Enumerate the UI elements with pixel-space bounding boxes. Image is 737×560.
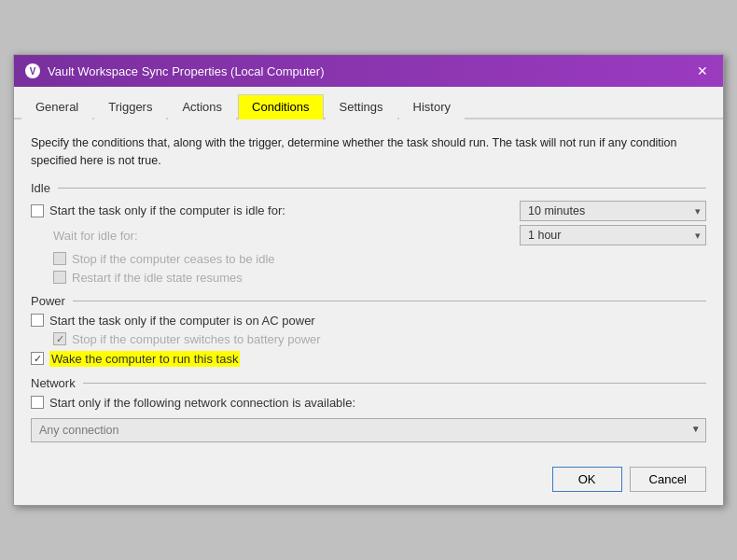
battery-row: Stop if the computer switches to battery… bbox=[31, 332, 706, 346]
tab-conditions[interactable]: Conditions bbox=[238, 94, 323, 119]
tab-actions[interactable]: Actions bbox=[168, 94, 236, 119]
network-section-header: Network bbox=[31, 376, 706, 390]
start-idle-row: Start the task only if the computer is i… bbox=[31, 201, 706, 221]
tab-history[interactable]: History bbox=[399, 94, 465, 119]
power-section-header: Power bbox=[31, 294, 706, 308]
battery-checkbox bbox=[53, 332, 66, 345]
wait-idle-dropdown-wrapper[interactable]: 1 hour bbox=[520, 225, 706, 245]
restart-idle-label: Restart if the idle state resumes bbox=[72, 271, 243, 285]
network-label: Start only if the following network conn… bbox=[49, 396, 355, 410]
any-connection-wrapper[interactable]: Any connection ▾ bbox=[31, 414, 706, 442]
start-idle-label: Start the task only if the computer is i… bbox=[49, 203, 285, 217]
title-bar-left: V Vault Workspace Sync Properties (Local… bbox=[25, 63, 324, 78]
main-window: V Vault Workspace Sync Properties (Local… bbox=[13, 54, 724, 506]
wake-row: Wake the computer to run this task bbox=[31, 351, 706, 367]
network-checkbox[interactable] bbox=[31, 396, 44, 409]
battery-label: Stop if the computer switches to battery… bbox=[72, 332, 321, 346]
wake-label: Wake the computer to run this task bbox=[49, 351, 240, 367]
ac-power-row: Start the task only if the computer is o… bbox=[31, 314, 706, 328]
description-text: Specify the conditions that, along with … bbox=[31, 134, 706, 170]
wait-idle-row: Wait for idle for: 1 hour bbox=[31, 224, 706, 247]
window-title: Vault Workspace Sync Properties (Local C… bbox=[48, 64, 324, 78]
title-bar: V Vault Workspace Sync Properties (Local… bbox=[14, 55, 723, 87]
tab-bar: General Triggers Actions Conditions Sett… bbox=[14, 87, 723, 119]
ac-power-checkbox[interactable] bbox=[31, 314, 44, 327]
content-area: Specify the conditions that, along with … bbox=[14, 119, 723, 457]
stop-idle-row: Stop if the computer ceases to be idle bbox=[31, 252, 706, 266]
close-button[interactable]: ✕ bbox=[693, 62, 712, 80]
stop-idle-label: Stop if the computer ceases to be idle bbox=[72, 252, 275, 266]
idle-for-dropdown-wrapper[interactable]: 10 minutes bbox=[520, 201, 706, 221]
wait-idle-dropdown[interactable]: 1 hour bbox=[520, 225, 706, 245]
ac-power-label: Start the task only if the computer is o… bbox=[49, 314, 315, 328]
tab-settings[interactable]: Settings bbox=[326, 94, 397, 119]
tab-general[interactable]: General bbox=[21, 94, 92, 119]
wait-idle-label: Wait for idle for: bbox=[31, 229, 138, 243]
network-row: Start only if the following network conn… bbox=[31, 396, 706, 410]
wake-checkbox[interactable] bbox=[31, 352, 44, 365]
tab-triggers[interactable]: Triggers bbox=[94, 94, 166, 119]
stop-idle-checkbox bbox=[53, 252, 66, 265]
cancel-button[interactable]: Cancel bbox=[630, 467, 706, 492]
start-idle-checkbox[interactable] bbox=[31, 204, 44, 217]
idle-section-header: Idle bbox=[31, 181, 706, 195]
ok-button[interactable]: OK bbox=[552, 467, 622, 492]
idle-for-dropdown[interactable]: 10 minutes bbox=[520, 201, 706, 221]
any-connection-dropdown[interactable]: Any connection bbox=[31, 418, 706, 442]
restart-idle-row: Restart if the idle state resumes bbox=[31, 271, 706, 285]
restart-idle-checkbox bbox=[53, 271, 66, 284]
footer: OK Cancel bbox=[14, 457, 723, 505]
app-icon: V bbox=[25, 63, 40, 78]
